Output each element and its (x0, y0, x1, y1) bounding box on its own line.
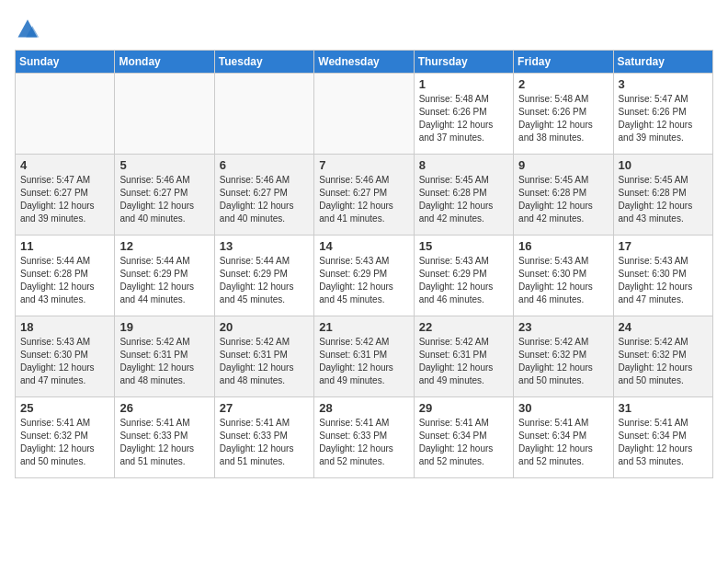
weekday-header: Wednesday (314, 51, 414, 74)
day-number: 12 (119, 239, 209, 253)
day-number: 4 (20, 158, 109, 172)
calendar-cell: 27Sunrise: 5:41 AM Sunset: 6:33 PM Dayli… (214, 397, 313, 478)
calendar-cell: 23Sunrise: 5:42 AM Sunset: 6:32 PM Dayli… (514, 316, 613, 397)
day-number: 1 (419, 77, 508, 91)
calendar-cell: 12Sunrise: 5:44 AM Sunset: 6:29 PM Dayli… (115, 236, 214, 316)
day-number: 8 (419, 158, 508, 172)
logo (15, 15, 44, 40)
weekday-header: Tuesday (214, 51, 313, 74)
day-info: Sunrise: 5:46 AM Sunset: 6:27 PM Dayligh… (319, 174, 408, 225)
day-info: Sunrise: 5:46 AM Sunset: 6:27 PM Dayligh… (119, 174, 209, 225)
day-info: Sunrise: 5:43 AM Sunset: 6:30 PM Dayligh… (20, 336, 109, 387)
day-info: Sunrise: 5:44 AM Sunset: 6:29 PM Dayligh… (119, 255, 209, 306)
calendar-cell: 25Sunrise: 5:41 AM Sunset: 6:32 PM Dayli… (16, 397, 115, 478)
calendar-cell: 9Sunrise: 5:45 AM Sunset: 6:28 PM Daylig… (514, 155, 613, 236)
day-number: 29 (419, 401, 508, 415)
calendar-week-row: 4Sunrise: 5:47 AM Sunset: 6:27 PM Daylig… (16, 155, 713, 236)
calendar-cell: 26Sunrise: 5:41 AM Sunset: 6:33 PM Dayli… (115, 397, 214, 478)
calendar-cell: 31Sunrise: 5:41 AM Sunset: 6:34 PM Dayli… (613, 397, 712, 478)
calendar-cell: 24Sunrise: 5:42 AM Sunset: 6:32 PM Dayli… (613, 316, 712, 397)
day-info: Sunrise: 5:48 AM Sunset: 6:26 PM Dayligh… (518, 93, 608, 144)
day-number: 26 (119, 401, 209, 415)
day-info: Sunrise: 5:45 AM Sunset: 6:28 PM Dayligh… (518, 174, 608, 225)
day-number: 6 (220, 158, 309, 172)
calendar-cell: 8Sunrise: 5:45 AM Sunset: 6:28 PM Daylig… (414, 155, 513, 236)
calendar-week-row: 11Sunrise: 5:44 AM Sunset: 6:28 PM Dayli… (16, 236, 713, 316)
day-number: 28 (319, 401, 408, 415)
calendar-cell: 21Sunrise: 5:42 AM Sunset: 6:31 PM Dayli… (314, 316, 414, 397)
day-number: 21 (319, 320, 408, 334)
calendar-cell: 18Sunrise: 5:43 AM Sunset: 6:30 PM Dayli… (16, 316, 115, 397)
day-info: Sunrise: 5:45 AM Sunset: 6:28 PM Dayligh… (419, 174, 508, 225)
weekday-header: Friday (514, 51, 613, 74)
day-number: 20 (220, 320, 309, 334)
calendar-cell: 1Sunrise: 5:48 AM Sunset: 6:26 PM Daylig… (414, 74, 513, 155)
calendar-header-row: SundayMondayTuesdayWednesdayThursdayFrid… (16, 51, 713, 74)
calendar-cell: 30Sunrise: 5:41 AM Sunset: 6:34 PM Dayli… (514, 397, 613, 478)
weekday-header: Saturday (613, 51, 712, 74)
calendar-cell: 20Sunrise: 5:42 AM Sunset: 6:31 PM Dayli… (214, 316, 313, 397)
calendar-week-row: 18Sunrise: 5:43 AM Sunset: 6:30 PM Dayli… (16, 316, 713, 397)
calendar-cell: 3Sunrise: 5:47 AM Sunset: 6:26 PM Daylig… (613, 74, 712, 155)
calendar-cell: 4Sunrise: 5:47 AM Sunset: 6:27 PM Daylig… (16, 155, 115, 236)
weekday-header: Thursday (414, 51, 513, 74)
day-number: 24 (619, 320, 708, 334)
day-info: Sunrise: 5:48 AM Sunset: 6:26 PM Dayligh… (419, 93, 508, 144)
day-info: Sunrise: 5:42 AM Sunset: 6:32 PM Dayligh… (518, 336, 608, 387)
calendar-cell: 7Sunrise: 5:46 AM Sunset: 6:27 PM Daylig… (314, 155, 414, 236)
day-number: 11 (20, 239, 109, 253)
calendar-cell: 13Sunrise: 5:44 AM Sunset: 6:29 PM Dayli… (214, 236, 313, 316)
calendar-cell (314, 74, 414, 155)
day-number: 19 (119, 320, 209, 334)
calendar-cell (115, 74, 214, 155)
day-number: 7 (319, 158, 408, 172)
calendar-cell: 19Sunrise: 5:42 AM Sunset: 6:31 PM Dayli… (115, 316, 214, 397)
calendar-cell: 10Sunrise: 5:45 AM Sunset: 6:28 PM Dayli… (613, 155, 712, 236)
page-header (15, 15, 713, 40)
day-number: 14 (319, 239, 408, 253)
day-number: 2 (518, 77, 608, 91)
calendar-cell: 6Sunrise: 5:46 AM Sunset: 6:27 PM Daylig… (214, 155, 313, 236)
calendar-cell: 2Sunrise: 5:48 AM Sunset: 6:26 PM Daylig… (514, 74, 613, 155)
calendar-cell: 16Sunrise: 5:43 AM Sunset: 6:30 PM Dayli… (514, 236, 613, 316)
calendar-cell: 28Sunrise: 5:41 AM Sunset: 6:33 PM Dayli… (314, 397, 414, 478)
day-number: 15 (419, 239, 508, 253)
day-info: Sunrise: 5:43 AM Sunset: 6:30 PM Dayligh… (619, 255, 708, 306)
day-number: 18 (20, 320, 109, 334)
day-info: Sunrise: 5:41 AM Sunset: 6:34 PM Dayligh… (619, 417, 708, 468)
calendar-cell: 5Sunrise: 5:46 AM Sunset: 6:27 PM Daylig… (115, 155, 214, 236)
day-number: 30 (518, 401, 608, 415)
day-info: Sunrise: 5:41 AM Sunset: 6:33 PM Dayligh… (220, 417, 309, 468)
day-number: 9 (518, 158, 608, 172)
day-info: Sunrise: 5:43 AM Sunset: 6:29 PM Dayligh… (419, 255, 508, 306)
day-number: 17 (619, 239, 708, 253)
calendar-cell: 17Sunrise: 5:43 AM Sunset: 6:30 PM Dayli… (613, 236, 712, 316)
day-info: Sunrise: 5:41 AM Sunset: 6:34 PM Dayligh… (518, 417, 608, 468)
calendar-cell (16, 74, 115, 155)
calendar-cell: 11Sunrise: 5:44 AM Sunset: 6:28 PM Dayli… (16, 236, 115, 316)
day-number: 22 (419, 320, 508, 334)
day-info: Sunrise: 5:41 AM Sunset: 6:34 PM Dayligh… (419, 417, 508, 468)
day-info: Sunrise: 5:42 AM Sunset: 6:31 PM Dayligh… (419, 336, 508, 387)
day-info: Sunrise: 5:46 AM Sunset: 6:27 PM Dayligh… (220, 174, 309, 225)
day-info: Sunrise: 5:42 AM Sunset: 6:31 PM Dayligh… (220, 336, 309, 387)
day-number: 27 (220, 401, 309, 415)
day-number: 5 (119, 158, 209, 172)
calendar-cell: 22Sunrise: 5:42 AM Sunset: 6:31 PM Dayli… (414, 316, 513, 397)
calendar-week-row: 1Sunrise: 5:48 AM Sunset: 6:26 PM Daylig… (16, 74, 713, 155)
day-number: 31 (619, 401, 708, 415)
day-number: 23 (518, 320, 608, 334)
day-info: Sunrise: 5:47 AM Sunset: 6:27 PM Dayligh… (20, 174, 109, 225)
weekday-header: Sunday (16, 51, 115, 74)
calendar-cell (214, 74, 313, 155)
day-number: 16 (518, 239, 608, 253)
calendar-week-row: 25Sunrise: 5:41 AM Sunset: 6:32 PM Dayli… (16, 397, 713, 478)
logo-icon (15, 15, 40, 40)
day-info: Sunrise: 5:43 AM Sunset: 6:29 PM Dayligh… (319, 255, 408, 306)
day-info: Sunrise: 5:47 AM Sunset: 6:26 PM Dayligh… (619, 93, 708, 144)
day-number: 25 (20, 401, 109, 415)
day-info: Sunrise: 5:44 AM Sunset: 6:29 PM Dayligh… (220, 255, 309, 306)
calendar-cell: 14Sunrise: 5:43 AM Sunset: 6:29 PM Dayli… (314, 236, 414, 316)
calendar-cell: 15Sunrise: 5:43 AM Sunset: 6:29 PM Dayli… (414, 236, 513, 316)
day-info: Sunrise: 5:43 AM Sunset: 6:30 PM Dayligh… (518, 255, 608, 306)
